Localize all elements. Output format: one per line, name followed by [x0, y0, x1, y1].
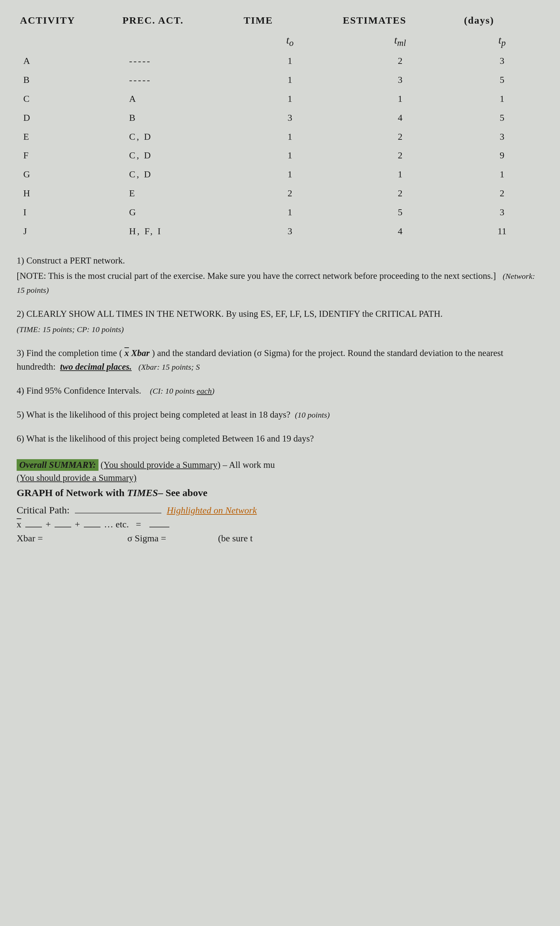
- cell-activity: G: [17, 165, 119, 184]
- question-2-block: 2) CLEARLY SHOW ALL TIMES IN THE NETWORK…: [17, 307, 543, 336]
- subheader-to: to: [240, 29, 339, 51]
- table-row: EC, D123: [17, 127, 543, 147]
- header-estimates: ESTIMATES: [339, 13, 460, 29]
- to-label: to: [286, 34, 294, 46]
- q2-main: 2) CLEARLY SHOW ALL TIMES IN THE NETWORK…: [17, 307, 543, 321]
- see-above: – See above: [158, 487, 207, 498]
- cell-activity: C: [17, 89, 119, 109]
- cell-tp: 3: [461, 203, 543, 222]
- cell-tp: 9: [461, 146, 543, 165]
- q1-note: [NOTE: This is the most crucial part of …: [17, 269, 543, 297]
- summary-second-line: (You should provide a Summary): [17, 473, 543, 483]
- cell-tp: 5: [461, 109, 543, 127]
- summary-section: Overall SUMMARY: (You should provide a S…: [17, 459, 543, 544]
- summary-underline-text: (You should provide a Summary): [100, 460, 220, 470]
- xbar-blanks: + + … etc. =: [24, 519, 171, 530]
- cell-tml: 4: [339, 222, 460, 241]
- q5-main: 5) What is the likelihood of this projec…: [17, 408, 543, 422]
- cell-tml: 2: [339, 51, 460, 71]
- blank2: [54, 527, 71, 527]
- q3-xbar-word: Xbar: [131, 348, 150, 358]
- table-header-row: ACTIVITY PREC. ACT. TIME ESTIMATES (days…: [17, 13, 543, 29]
- blank3: [84, 527, 100, 527]
- table-row: FC, D129: [17, 146, 543, 165]
- question-3-block: 3) Find the completion time ( x Xbar ) a…: [17, 346, 543, 374]
- highlighted-on-network: Highlighted on Network: [167, 505, 257, 516]
- cell-tp: 1: [461, 89, 543, 109]
- q6-main: 6) What is the likelihood of this projec…: [17, 432, 543, 446]
- tp-label: tp: [498, 34, 506, 46]
- q1-main: 1) Construct a PERT network.: [17, 254, 543, 268]
- cell-tp: 3: [461, 127, 543, 147]
- q4-main: 4) Find 95% Confidence Intervals. (CI: 1…: [17, 384, 543, 398]
- subheader-blank1: [17, 29, 119, 51]
- cell-activity: D: [17, 109, 119, 127]
- header-activity: ACTIVITY: [17, 13, 119, 29]
- cell-to: 1: [240, 165, 339, 184]
- be-sure: (be sure t: [218, 533, 253, 544]
- q2-points-line: (TIME: 15 points; CP: 10 points): [17, 322, 543, 336]
- q4-main-text: 4) Find 95% Confidence Intervals.: [17, 386, 141, 396]
- header-days: (days): [461, 13, 543, 29]
- table-row: A-----123: [17, 51, 543, 71]
- header-prec: PREC. ACT.: [119, 13, 240, 29]
- cell-prec: E: [119, 184, 240, 203]
- cell-to: 1: [240, 71, 339, 89]
- data-table-section: ACTIVITY PREC. ACT. TIME ESTIMATES (days…: [17, 13, 543, 241]
- summary-rest: – All work mu: [222, 460, 275, 470]
- q5-points: (10 points): [295, 411, 330, 419]
- q4-points: (CI: 10 points each): [148, 387, 214, 395]
- cell-activity: I: [17, 203, 119, 222]
- cell-to: 3: [240, 222, 339, 241]
- q1-note-text: [NOTE: This is the most crucial part of …: [17, 271, 496, 281]
- cell-tml: 5: [339, 203, 460, 222]
- graph-word: GRAPH of Network with: [17, 487, 127, 498]
- cell-to: 1: [240, 146, 339, 165]
- q3-xbar: x: [124, 348, 129, 358]
- question-1-block: 1) Construct a PERT network. [NOTE: This…: [17, 254, 543, 297]
- table-row: GC, D111: [17, 165, 543, 184]
- cell-prec: C, D: [119, 127, 240, 147]
- critical-path-blank: [75, 513, 161, 513]
- cell-tml: 2: [339, 146, 460, 165]
- cell-to: 3: [240, 109, 339, 127]
- critical-path-line: Critical Path: Highlighted on Network: [17, 504, 543, 516]
- cell-to: 1: [240, 127, 339, 147]
- cell-activity: E: [17, 127, 119, 147]
- cell-prec: A: [119, 89, 240, 109]
- subheader-tp: tp: [461, 29, 543, 51]
- critical-path-label: Critical Path:: [17, 504, 70, 516]
- cell-to: 2: [240, 184, 339, 203]
- xbar-symbol: x: [17, 519, 21, 530]
- question-4-block: 4) Find 95% Confidence Intervals. (CI: 1…: [17, 384, 543, 398]
- subheader-blank2: [119, 29, 240, 51]
- cell-tml: 3: [339, 71, 460, 89]
- cell-to: 1: [240, 203, 339, 222]
- cell-tml: 2: [339, 184, 460, 203]
- subheader-tml: tml: [339, 29, 460, 51]
- table-subheader-row: to tml tp: [17, 29, 543, 51]
- cell-prec: -----: [119, 51, 240, 71]
- activity-table: ACTIVITY PREC. ACT. TIME ESTIMATES (days…: [17, 13, 543, 241]
- tml-label: tml: [394, 34, 406, 46]
- cell-prec: H, F, I: [119, 222, 240, 241]
- question-5-block: 5) What is the likelihood of this projec…: [17, 408, 543, 422]
- table-row: IG153: [17, 203, 543, 222]
- table-row: B-----135: [17, 71, 543, 89]
- cell-prec: -----: [119, 71, 240, 89]
- sigma-label: σ Sigma =: [127, 533, 166, 544]
- xbar-bottom-line: Xbar = σ Sigma = (be sure t: [17, 533, 543, 544]
- q2-points: (TIME: 15 points; CP: 10 points): [17, 325, 124, 334]
- cell-activity: H: [17, 184, 119, 203]
- table-row: HE222: [17, 184, 543, 203]
- summary-you-should: (You should provide a Summary): [17, 473, 136, 483]
- question-6-block: 6) What is the likelihood of this projec…: [17, 432, 543, 446]
- table-row: JH, F, I3411: [17, 222, 543, 241]
- summary-header-line: Overall SUMMARY: (You should provide a S…: [17, 459, 543, 471]
- xbar-equation-line: x + + … etc. =: [17, 519, 543, 530]
- cell-tp: 2: [461, 184, 543, 203]
- cell-prec: C, D: [119, 165, 240, 184]
- cell-tp: 1: [461, 165, 543, 184]
- cell-prec: G: [119, 203, 240, 222]
- cell-prec: C, D: [119, 146, 240, 165]
